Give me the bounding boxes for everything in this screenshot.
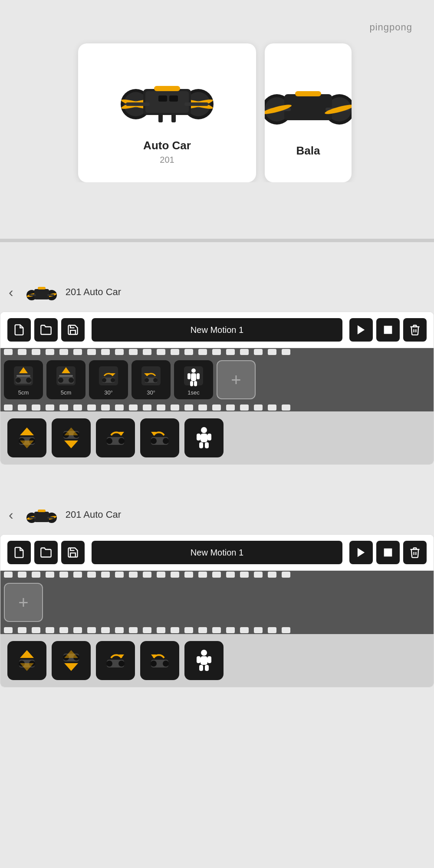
svg-point-117 — [118, 661, 125, 667]
stop-button-1[interactable] — [376, 318, 400, 342]
perf-hole — [87, 404, 96, 411]
perf-hole — [254, 404, 263, 411]
perf-hole — [87, 572, 96, 578]
cmd-rotate-left-2[interactable] — [140, 641, 179, 680]
perf-hole — [46, 349, 54, 355]
frame-move-forward-2[interactable]: 5cm — [46, 360, 85, 399]
cmd-move-forward-icon-2 — [14, 648, 40, 674]
filmstrip-container-2: + — [0, 571, 434, 634]
perf-hole — [73, 572, 82, 578]
frame-move-forward-1[interactable]: 5cm — [4, 360, 43, 399]
frame-2-label: 5cm — [61, 389, 72, 396]
svg-rect-12 — [154, 86, 180, 91]
svg-point-82 — [106, 438, 112, 444]
filmstrip-container-1: 5cm 5cm — [0, 348, 434, 411]
perf-hole — [129, 349, 138, 355]
svg-point-123 — [201, 650, 207, 656]
cmd-person-2[interactable] — [184, 641, 224, 680]
perf-hole — [198, 404, 207, 411]
open-folder-button-1[interactable] — [34, 318, 58, 342]
frame-rotate-left-1[interactable]: 30° — [132, 360, 171, 399]
perf-hole — [157, 349, 165, 355]
cmd-move-backward-icon — [58, 425, 84, 451]
perf-hole — [143, 404, 151, 411]
perf-hole — [184, 404, 193, 411]
add-frame-button-2[interactable]: + — [4, 583, 43, 622]
svg-rect-91 — [199, 442, 203, 448]
svg-rect-67 — [190, 381, 193, 386]
perf-hole — [32, 349, 40, 355]
back-button-2[interactable]: ‹ — [4, 507, 18, 523]
open-folder-button-2[interactable] — [34, 541, 58, 564]
back-button-1[interactable]: ‹ — [4, 284, 18, 300]
perf-hole — [115, 572, 124, 578]
perf-hole — [282, 627, 290, 633]
move-forward-icon — [11, 364, 36, 388]
perf-hole — [101, 627, 110, 633]
cmd-rotate-right-2[interactable] — [96, 641, 135, 680]
play-button-2[interactable] — [349, 541, 373, 564]
filmstrip-track-empty: + — [0, 579, 434, 626]
delete-button-2[interactable] — [403, 541, 427, 564]
svg-rect-18 — [158, 95, 167, 102]
perf-hole — [240, 404, 249, 411]
robot-card-balance[interactable]: Bala — [265, 43, 352, 182]
robot-name-balance: Bala — [296, 144, 320, 158]
section-divider-1 — [0, 239, 434, 242]
play-button-1[interactable] — [349, 318, 373, 342]
cmd-move-forward[interactable] — [7, 418, 46, 457]
perf-hole — [268, 627, 276, 633]
cmd-move-backward[interactable] — [52, 418, 91, 457]
perf-hole — [4, 627, 13, 633]
motion-editor-section-1: ‹ 201 Auto Car — [0, 268, 434, 465]
cmd-rotate-left[interactable] — [140, 418, 179, 457]
new-file-button-1[interactable] — [7, 318, 31, 342]
frame-wait-1[interactable]: 1sec — [174, 360, 213, 399]
save-button-2[interactable] — [61, 541, 85, 564]
add-frame-button-1[interactable]: + — [217, 360, 256, 399]
motion-editor-panel-2: New Motion 1 — [0, 534, 434, 687]
perf-hole — [157, 572, 165, 578]
svg-rect-90 — [201, 434, 207, 442]
robot-mini-label-2: 201 Auto Car — [66, 509, 121, 520]
svg-marker-105 — [20, 650, 34, 658]
svg-point-120 — [151, 661, 157, 667]
svg-rect-94 — [207, 434, 211, 441]
frame-rotate-right-1[interactable]: 30° — [89, 360, 128, 399]
robot-card-autocar[interactable]: Auto Car 201 — [78, 43, 256, 182]
perf-hole — [198, 572, 207, 578]
perf-hole — [101, 404, 110, 411]
cmd-move-forward-2[interactable] — [7, 641, 46, 680]
save-button-1[interactable] — [61, 318, 85, 342]
cmd-person-icon-2 — [191, 648, 217, 674]
robot-mini-icon-1 — [26, 281, 57, 303]
perf-hole — [32, 572, 40, 578]
cmd-rotate-right[interactable] — [96, 418, 135, 457]
perf-hole — [129, 627, 138, 633]
svg-rect-102 — [47, 517, 54, 519]
frame-1-label: 5cm — [18, 389, 29, 396]
robot-id-autocar: 201 — [160, 155, 174, 165]
stop-icon-1 — [382, 324, 394, 336]
svg-point-57 — [102, 378, 106, 382]
perf-hole — [18, 572, 26, 578]
perf-hole — [59, 572, 68, 578]
cmd-move-backward-2[interactable] — [52, 641, 91, 680]
delete-button-1[interactable] — [403, 318, 427, 342]
stop-button-2[interactable] — [376, 541, 400, 564]
save-icon-1 — [67, 324, 79, 336]
motion-toolbar-1: New Motion 1 — [0, 312, 434, 348]
new-file-button-2[interactable] — [7, 541, 31, 564]
filmstrip-track-1: 5cm 5cm — [0, 356, 434, 404]
motion-header-1: ‹ 201 Auto Car — [0, 268, 434, 312]
svg-point-45 — [16, 378, 21, 383]
motion-name-field-2[interactable]: New Motion 1 — [92, 541, 342, 564]
svg-rect-104 — [384, 549, 392, 557]
cmd-person[interactable] — [184, 418, 224, 457]
frame-5-label: 1sec — [187, 389, 199, 396]
perf-hole — [254, 349, 263, 355]
motion-editor-section-2: ‹ 201 Auto Car — [0, 491, 434, 687]
motion-name-field-1[interactable]: New Motion 1 — [92, 318, 342, 342]
robot-image-balance — [265, 66, 352, 135]
svg-rect-125 — [199, 665, 203, 671]
